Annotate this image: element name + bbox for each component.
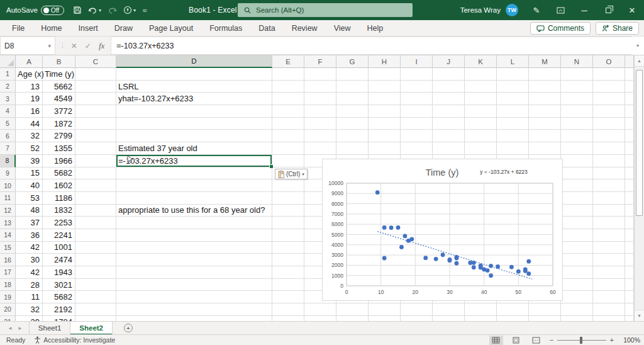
cell-O4[interactable] (593, 105, 625, 118)
undo-button[interactable]: ▾ (88, 6, 101, 14)
cell-O19[interactable] (593, 291, 625, 303)
cell-O13[interactable] (593, 217, 625, 229)
cell-A16[interactable]: 30 (16, 254, 43, 266)
sheet-nav-right-icon[interactable]: ► (18, 325, 23, 331)
ribbon-tab-help[interactable]: Help (359, 20, 392, 36)
column-header-F[interactable]: F (304, 55, 336, 68)
cell-A6[interactable]: 32 (16, 130, 43, 142)
cell-B12[interactable]: 1832 (43, 205, 75, 217)
cell-D2[interactable]: LSRL (116, 81, 272, 93)
cell-D13[interactable] (116, 217, 272, 229)
cell-F3[interactable] (304, 93, 336, 105)
cell-E18[interactable] (272, 279, 304, 291)
cell-G21[interactable] (336, 316, 369, 321)
row-header-16[interactable]: 16 (0, 254, 16, 266)
cell-G5[interactable] (336, 118, 369, 130)
vertical-scroll-thumb[interactable] (636, 70, 643, 216)
touch-mode-dropdown-icon[interactable]: ▾ (133, 8, 136, 13)
cell-H6[interactable] (369, 130, 401, 142)
cell-M2[interactable] (529, 81, 561, 93)
cell-A5[interactable]: 44 (16, 118, 43, 130)
cell-D18[interactable] (116, 279, 272, 291)
cell-E4[interactable] (272, 105, 304, 118)
cell-partial-5[interactable] (625, 118, 634, 130)
cell-F7[interactable] (304, 142, 336, 155)
cell-K21[interactable] (465, 316, 497, 321)
cell-N10[interactable] (561, 179, 593, 192)
cell-L20[interactable] (497, 303, 529, 316)
cell-partial-12[interactable] (625, 205, 634, 217)
cell-D17[interactable] (116, 266, 272, 279)
cell-O20[interactable] (593, 303, 625, 316)
row-header-20[interactable]: 20 (0, 303, 16, 316)
row-header-3[interactable]: 3 (0, 93, 16, 105)
ribbon-display-options-button[interactable] (548, 0, 572, 20)
row-header-6[interactable]: 6 (0, 130, 16, 142)
cell-partial-8[interactable] (625, 155, 634, 167)
cell-N15[interactable] (561, 242, 593, 254)
scroll-down-icon[interactable]: ▼ (635, 310, 644, 321)
cell-A8[interactable]: 39 (16, 155, 43, 167)
cell-J6[interactable] (433, 130, 465, 142)
restore-button[interactable] (596, 0, 620, 20)
cell-H20[interactable] (369, 303, 401, 316)
cell-partial-17[interactable] (625, 266, 634, 279)
cell-E7[interactable] (272, 142, 304, 155)
cell-J3[interactable] (433, 93, 465, 105)
cell-N17[interactable] (561, 266, 593, 279)
name-box[interactable]: D8 ▾ (0, 37, 55, 55)
cell-J5[interactable] (433, 118, 465, 130)
cell-K3[interactable] (465, 93, 497, 105)
cell-B3[interactable]: 4549 (43, 93, 75, 105)
cell-C1[interactable] (75, 68, 116, 81)
cell-E8[interactable] (272, 155, 304, 167)
cell-K5[interactable] (465, 118, 497, 130)
cell-D8[interactable]: =-103.27x+6233 (116, 155, 272, 167)
ribbon-tab-review[interactable]: Review (284, 20, 326, 36)
cell-C19[interactable] (75, 291, 116, 303)
cell-partial-18[interactable] (625, 279, 634, 291)
cell-E10[interactable] (272, 179, 304, 192)
cell-O2[interactable] (593, 81, 625, 93)
row-header-4[interactable]: 4 (0, 105, 16, 118)
cell-H1[interactable] (369, 68, 401, 81)
cell-K6[interactable] (465, 130, 497, 142)
cell-L2[interactable] (497, 81, 529, 93)
cell-B6[interactable]: 2799 (43, 130, 75, 142)
cell-C17[interactable] (75, 266, 116, 279)
cell-H5[interactable] (369, 118, 401, 130)
cell-A11[interactable]: 53 (16, 192, 43, 205)
cell-I5[interactable] (401, 118, 433, 130)
row-header-11[interactable]: 11 (0, 192, 16, 205)
normal-view-button[interactable] (489, 336, 503, 345)
column-header-B[interactable]: B (43, 55, 75, 68)
page-break-preview-button[interactable] (530, 336, 543, 345)
share-button[interactable]: Share (596, 22, 639, 35)
cell-O11[interactable] (593, 192, 625, 205)
cell-A9[interactable]: 15 (16, 167, 43, 180)
cell-E13[interactable] (272, 217, 304, 229)
cell-B18[interactable]: 3021 (43, 279, 75, 291)
cell-D6[interactable] (116, 130, 272, 142)
comments-button[interactable]: Comments (530, 22, 591, 35)
column-header-G[interactable]: G (336, 55, 369, 68)
cell-N1[interactable] (561, 68, 593, 81)
row-header-1[interactable]: 1 (0, 68, 16, 81)
cell-C3[interactable] (75, 93, 116, 105)
cell-F2[interactable] (304, 81, 336, 93)
cell-J21[interactable] (433, 316, 465, 321)
cell-D20[interactable] (116, 303, 272, 316)
cell-J7[interactable] (433, 142, 465, 155)
cell-E16[interactable] (272, 254, 304, 266)
cell-B13[interactable]: 2253 (43, 217, 75, 229)
cell-L1[interactable] (497, 68, 529, 81)
cell-J20[interactable] (433, 303, 465, 316)
cell-A14[interactable]: 36 (16, 229, 43, 242)
cell-A2[interactable]: 13 (16, 81, 43, 93)
cell-C14[interactable] (75, 229, 116, 242)
row-header-19[interactable]: 19 (0, 291, 16, 303)
cell-M7[interactable] (529, 142, 561, 155)
vertical-scrollbar[interactable]: ▲ ▼ (634, 55, 644, 321)
cell-N5[interactable] (561, 118, 593, 130)
sheet-tab-sheet2[interactable]: Sheet2 (70, 322, 113, 335)
